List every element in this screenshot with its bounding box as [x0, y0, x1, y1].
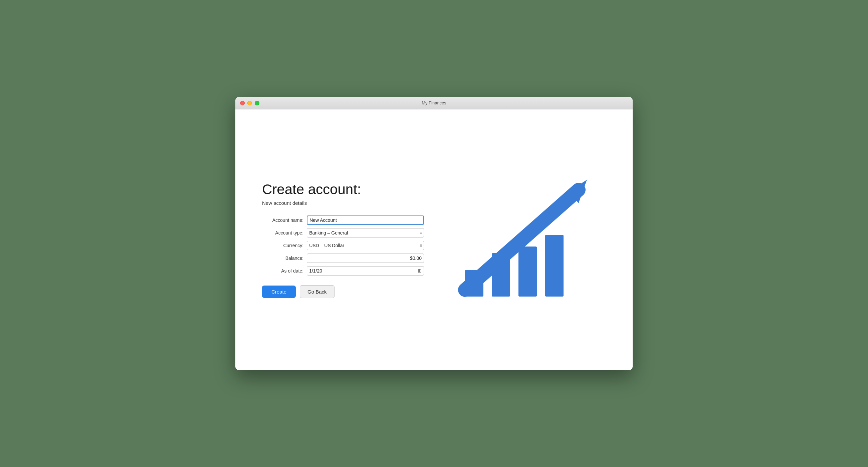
minimize-button[interactable]	[247, 101, 252, 105]
account-type-select[interactable]: Banking – General Banking – Savings Cred…	[307, 228, 424, 237]
as-of-date-cell: 🗓	[307, 265, 424, 277]
main-content: Create account: New account details Acco…	[235, 109, 633, 370]
close-button[interactable]	[240, 101, 245, 105]
currency-select[interactable]: USD – US Dollar EUR – Euro GBP – British…	[307, 241, 424, 250]
window-title: My Finances	[422, 100, 446, 105]
form-panel: Create account: New account details Acco…	[262, 181, 444, 298]
account-name-label: Account name:	[262, 214, 307, 227]
svg-rect-6	[465, 270, 484, 297]
titlebar: My Finances	[235, 97, 633, 109]
as-of-date-label: As of date:	[262, 265, 307, 277]
account-type-cell: Banking – General Banking – Savings Cred…	[307, 227, 424, 239]
account-type-wrapper: Banking – General Banking – Savings Cred…	[307, 228, 424, 237]
account-type-label: Account type:	[262, 227, 307, 239]
growth-chart	[455, 176, 595, 303]
currency-cell: USD – US Dollar EUR – Euro GBP – British…	[307, 239, 424, 252]
account-name-row: Account name:	[262, 214, 424, 227]
create-button[interactable]: Create	[262, 286, 296, 298]
balance-input[interactable]	[307, 254, 424, 263]
buttons-row: Create Go Back	[262, 285, 424, 298]
currency-label: Currency:	[262, 239, 307, 252]
account-form: Account name: Account type: Banking – Ge…	[262, 214, 424, 277]
currency-row: Currency: USD – US Dollar EUR – Euro GBP…	[262, 239, 424, 252]
traffic-lights	[240, 101, 259, 105]
form-subheading: New account details	[262, 200, 424, 206]
account-name-input[interactable]	[307, 215, 424, 225]
balance-row: Balance:	[262, 252, 424, 265]
go-back-button[interactable]: Go Back	[300, 285, 335, 298]
page-heading: Create account:	[262, 181, 424, 198]
account-type-row: Account type: Banking – General Banking …	[262, 227, 424, 239]
account-name-cell	[307, 214, 424, 227]
svg-rect-9	[545, 235, 563, 297]
currency-wrapper: USD – US Dollar EUR – Euro GBP – British…	[307, 241, 424, 250]
chart-panel	[444, 176, 606, 303]
date-wrapper: 🗓	[307, 266, 424, 275]
date-input[interactable]	[307, 266, 424, 275]
app-window: My Finances Create account: New account …	[235, 97, 633, 370]
maximize-button[interactable]	[255, 101, 259, 105]
balance-cell	[307, 252, 424, 265]
as-of-date-row: As of date: 🗓	[262, 265, 424, 277]
svg-rect-8	[519, 246, 537, 297]
balance-label: Balance:	[262, 252, 307, 265]
svg-rect-7	[492, 253, 510, 297]
